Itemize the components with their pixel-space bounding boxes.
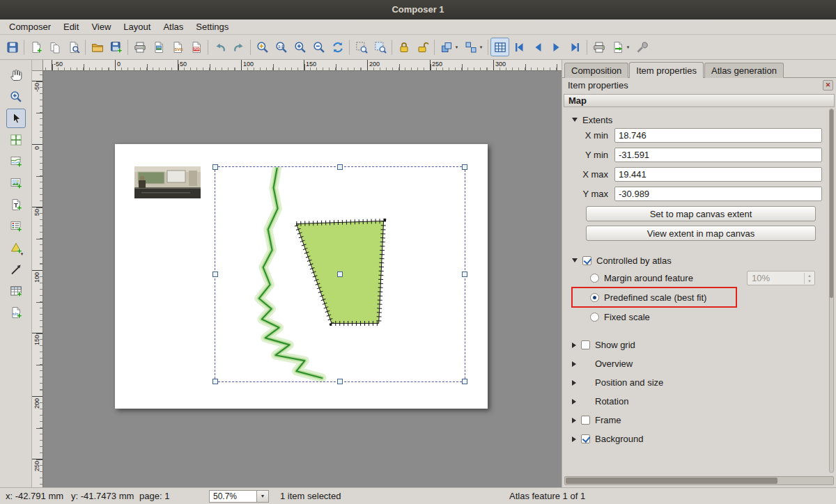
chevron-down-icon[interactable]: ▼ (257, 490, 269, 503)
next-feature-button[interactable] (547, 38, 566, 56)
save-project-button[interactable] (3, 38, 22, 56)
controlled-by-atlas-checkbox[interactable] (582, 256, 591, 265)
add-new-map-button[interactable] (6, 152, 26, 171)
selection-handle[interactable] (212, 271, 218, 277)
menu-atlas[interactable]: Atlas (157, 19, 189, 34)
raise-selected-items-button[interactable]: ▼ (437, 38, 461, 56)
selection-handle[interactable] (462, 271, 467, 277)
align-selected-items-button[interactable]: ▼ (461, 38, 486, 56)
section-frame[interactable]: Frame (568, 411, 822, 430)
xmin-input[interactable] (614, 128, 822, 143)
add-arrow-button[interactable] (6, 260, 26, 279)
controlled-by-atlas-header[interactable]: Controlled by atlas (568, 252, 822, 269)
frame-checkbox[interactable] (581, 416, 590, 425)
radio-predefined[interactable] (590, 293, 599, 302)
composer-page[interactable] (115, 144, 488, 409)
zoom-to-selected-button[interactable] (352, 38, 371, 56)
close-icon[interactable]: ✕ (823, 80, 833, 90)
selection-handle[interactable] (337, 271, 343, 277)
add-html-frame-button[interactable]: </> (6, 303, 26, 322)
save-as-template-button[interactable] (107, 38, 125, 56)
radio-fixed[interactable] (590, 313, 599, 322)
first-feature-button[interactable] (509, 38, 528, 56)
ruler-number: 250 (431, 61, 442, 68)
view-extent-in-map-canvas-button[interactable]: View extent in map canvas (586, 226, 816, 241)
zoom-100-button[interactable]: 1:1 (272, 38, 291, 56)
composer-canvas[interactable] (43, 71, 562, 487)
load-from-template-button[interactable] (88, 38, 107, 56)
zoom-full-button[interactable] (253, 38, 272, 56)
show-grid-checkbox[interactable] (581, 340, 590, 349)
section-background[interactable]: Background (568, 430, 822, 448)
zoom-in-button[interactable] (291, 38, 309, 56)
zoom-out-button[interactable] (309, 38, 328, 56)
fixed-scale-option[interactable]: Fixed scale (568, 308, 822, 326)
tab-composition[interactable]: Composition (564, 63, 628, 78)
selection-handle[interactable] (337, 379, 343, 384)
composer-manager-button[interactable] (64, 38, 83, 56)
margin-around-feature-option[interactable]: Margin around feature 10% ▲▼ (568, 269, 822, 288)
print-button[interactable] (130, 38, 149, 56)
selection-handle[interactable] (212, 379, 218, 384)
panel-horizontal-scrollbar[interactable] (564, 476, 834, 485)
add-basic-shape-button[interactable]: ▼ (6, 238, 26, 258)
move-item-content-button[interactable] (6, 130, 26, 150)
last-feature-button[interactable] (566, 38, 585, 56)
selection-handle[interactable] (337, 164, 343, 170)
add-image-button[interactable] (6, 173, 26, 193)
export-as-pdf-button[interactable]: PDF (187, 38, 206, 56)
selection-handle[interactable] (462, 164, 467, 170)
export-atlas-button[interactable]: ▼ (608, 38, 633, 56)
preview-atlas-button[interactable] (490, 38, 509, 56)
scrollbar-handle[interactable] (566, 478, 777, 484)
section-rotation[interactable]: Rotation (568, 392, 822, 411)
menu-layout[interactable]: Layout (117, 19, 157, 34)
scrollbar-handle[interactable] (830, 109, 833, 298)
selection-handle[interactable] (212, 164, 218, 170)
menu-composer[interactable]: Composer (3, 19, 57, 34)
zoom-value[interactable]: 50.7% (209, 490, 257, 503)
atlas-settings-button[interactable] (633, 38, 651, 56)
ymin-input[interactable] (614, 148, 822, 162)
ymax-input[interactable] (614, 187, 822, 201)
picture-item[interactable] (134, 166, 201, 198)
section-position-and-size[interactable]: Position and size (568, 373, 822, 392)
menu-edit[interactable]: Edit (57, 19, 85, 34)
section-overview[interactable]: Overview (568, 354, 822, 373)
add-new-label-button[interactable]: T (6, 195, 26, 214)
predefined-scale-option[interactable]: Predefined scale (best fit) (568, 288, 822, 308)
select-move-item-button[interactable] (6, 109, 26, 128)
export-as-svg-button[interactable]: SVG (168, 38, 187, 56)
margin-percent-input[interactable]: 10% ▲▼ (747, 271, 815, 285)
zoom-combobox[interactable]: 50.7% ▼ (209, 490, 269, 503)
new-composition-button[interactable] (26, 38, 45, 56)
xmax-input[interactable] (614, 167, 822, 182)
previous-feature-button[interactable] (528, 38, 547, 56)
map-item[interactable] (215, 166, 465, 382)
set-to-map-canvas-extent-button[interactable]: Set to map canvas extent (586, 206, 816, 221)
redo-button[interactable] (229, 38, 248, 56)
pan-button[interactable] (6, 65, 26, 85)
background-checkbox[interactable] (581, 434, 590, 443)
radio-margin[interactable] (590, 274, 599, 283)
section-show-grid[interactable]: Show grid (568, 336, 822, 354)
refresh-view-button[interactable] (328, 38, 347, 56)
menu-settings[interactable]: Settings (189, 19, 235, 34)
print-atlas-button[interactable] (589, 38, 608, 56)
export-as-image-button[interactable] (149, 38, 168, 56)
zoom-button[interactable] (6, 87, 26, 107)
lock-selected-items-button[interactable] (394, 38, 413, 56)
undo-button[interactable] (210, 38, 229, 56)
tab-item-properties[interactable]: Item properties (629, 62, 704, 78)
extents-section-header[interactable]: Extents (568, 111, 822, 128)
zoom-to-region-button[interactable] (371, 38, 389, 56)
selection-handle[interactable] (462, 379, 467, 384)
panel-vertical-scrollbar[interactable] (829, 109, 834, 473)
menu-view[interactable]: View (85, 19, 117, 34)
add-new-legend-button[interactable] (6, 216, 26, 236)
duplicate-composition-button[interactable] (45, 38, 64, 56)
spinner-buttons[interactable]: ▲▼ (804, 273, 814, 284)
unlock-all-items-button[interactable] (413, 38, 432, 56)
tab-atlas-generation[interactable]: Atlas generation (704, 63, 784, 78)
add-attribute-table-button[interactable] (6, 281, 26, 301)
